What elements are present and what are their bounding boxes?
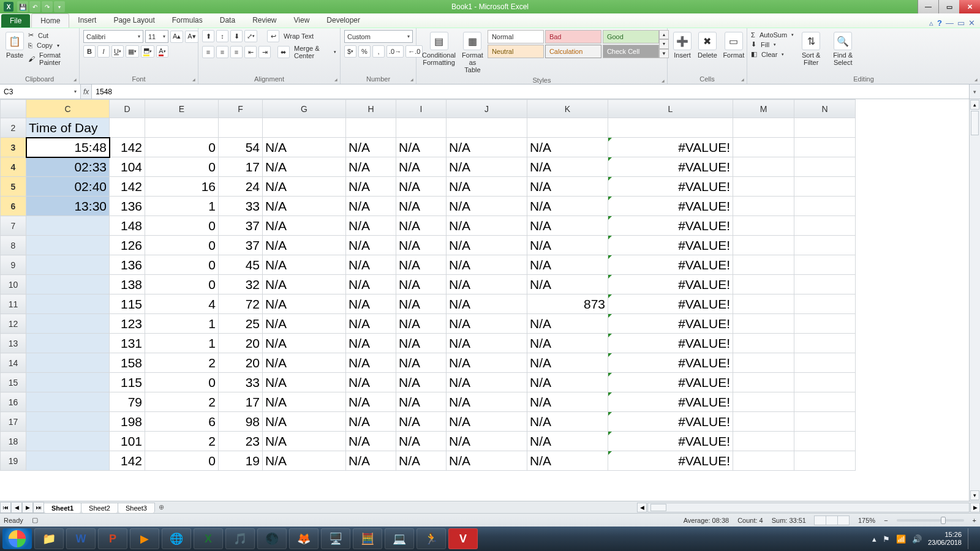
cell-N11[interactable] xyxy=(794,294,856,314)
cell-I2[interactable] xyxy=(396,118,447,138)
cell-D8[interactable]: 126 xyxy=(110,236,145,255)
cell-G4[interactable]: N/A xyxy=(263,157,346,177)
cell-J8[interactable]: N/A xyxy=(447,236,527,255)
cell-H2[interactable] xyxy=(346,118,396,138)
row-header[interactable]: 15 xyxy=(1,373,26,392)
row-header[interactable]: 10 xyxy=(1,275,26,294)
cell-E13[interactable]: 1 xyxy=(145,334,219,353)
cell-G18[interactable]: N/A xyxy=(263,432,346,451)
align-bottom-button[interactable]: ⬇ xyxy=(230,30,243,42)
cell-I17[interactable]: N/A xyxy=(396,412,447,432)
cell-H19[interactable]: N/A xyxy=(346,451,396,471)
cell-M10[interactable] xyxy=(733,275,794,294)
cell-E18[interactable]: 2 xyxy=(145,432,219,451)
cell-H4[interactable]: N/A xyxy=(346,157,396,177)
cell-K17[interactable]: N/A xyxy=(527,412,608,432)
decrease-font-button[interactable]: A▾ xyxy=(185,31,198,43)
cell-K15[interactable]: N/A xyxy=(527,373,608,392)
number-format-combo[interactable]: Custom▾ xyxy=(344,30,413,43)
cell-N4[interactable] xyxy=(794,157,856,177)
sheet-nav-first-icon[interactable]: ⏮ xyxy=(0,502,11,513)
tab-formulas[interactable]: Formulas xyxy=(164,13,211,28)
cell-I6[interactable]: N/A xyxy=(396,197,447,216)
column-header-E[interactable]: E xyxy=(145,100,219,118)
cell-G19[interactable]: N/A xyxy=(263,451,346,471)
sheet-tab-sheet1[interactable]: Sheet1 xyxy=(43,503,81,513)
increase-decimal-button[interactable]: .0→ xyxy=(386,45,404,58)
cell-E4[interactable]: 0 xyxy=(145,157,219,177)
cell-K10[interactable]: N/A xyxy=(527,275,608,294)
underline-button[interactable]: U▾ xyxy=(111,45,124,58)
cell-M18[interactable] xyxy=(733,432,794,451)
cell-C13[interactable] xyxy=(26,334,110,353)
cell-I3[interactable]: N/A xyxy=(396,138,447,157)
cell-K6[interactable]: N/A xyxy=(527,197,608,216)
row-header[interactable]: 13 xyxy=(1,334,26,353)
cell-F19[interactable]: 19 xyxy=(219,451,263,471)
accounting-button[interactable]: $▾ xyxy=(344,45,356,58)
cell-E14[interactable]: 2 xyxy=(145,353,219,373)
cell-G6[interactable]: N/A xyxy=(263,197,346,216)
zoom-slider[interactable] xyxy=(897,519,964,522)
window-close-button[interactable]: ✕ xyxy=(959,0,980,13)
clear-button[interactable]: ◧ Clear ▾ xyxy=(751,50,794,58)
orientation-button[interactable]: ⤢▾ xyxy=(244,30,257,42)
row-header[interactable]: 8 xyxy=(1,236,26,255)
taskbar-excel-icon[interactable]: X xyxy=(194,528,223,549)
tab-developer[interactable]: Developer xyxy=(318,13,369,28)
cell-G2[interactable] xyxy=(263,118,346,138)
cell-F15[interactable]: 33 xyxy=(219,373,263,392)
vertical-scrollbar[interactable]: ▴ ▾ xyxy=(969,99,980,501)
horizontal-scrollbar[interactable]: ◀ ▶ xyxy=(637,503,980,512)
cell-I14[interactable]: N/A xyxy=(396,353,447,373)
column-header-J[interactable]: J xyxy=(447,100,527,118)
cell-E11[interactable]: 4 xyxy=(145,294,219,314)
align-top-button[interactable]: ⬆ xyxy=(202,30,214,42)
cell-G11[interactable]: N/A xyxy=(263,294,346,314)
cell-N8[interactable] xyxy=(794,236,856,255)
sheet-nav-next-icon[interactable]: ▶ xyxy=(22,502,33,513)
cell-L5[interactable]: #VALUE! xyxy=(608,177,733,197)
cell-D2[interactable] xyxy=(110,118,145,138)
cell-G12[interactable]: N/A xyxy=(263,314,346,334)
row-header[interactable]: 16 xyxy=(1,392,26,412)
cell-M6[interactable] xyxy=(733,197,794,216)
taskbar-calc-icon[interactable]: 🧮 xyxy=(353,528,382,549)
cell-G10[interactable]: N/A xyxy=(263,275,346,294)
column-header-L[interactable]: L xyxy=(608,100,733,118)
cell-J6[interactable]: N/A xyxy=(447,197,527,216)
cell-H9[interactable]: N/A xyxy=(346,255,396,275)
align-middle-button[interactable]: ↕ xyxy=(216,30,228,42)
cell-J15[interactable]: N/A xyxy=(447,373,527,392)
cell-N7[interactable] xyxy=(794,216,856,236)
cell-D19[interactable]: 142 xyxy=(110,451,145,471)
cell-D4[interactable]: 104 xyxy=(110,157,145,177)
cell-F10[interactable]: 32 xyxy=(219,275,263,294)
cell-N12[interactable] xyxy=(794,314,856,334)
cell-E17[interactable]: 6 xyxy=(145,412,219,432)
cell-K7[interactable]: N/A xyxy=(527,216,608,236)
spreadsheet-grid[interactable]: CDEFGHIJKLMN 2Time of Day315:48142054N/A… xyxy=(0,99,856,471)
wrap-text-button[interactable]: ↩ Wrap Text xyxy=(267,30,314,42)
cell-K13[interactable]: N/A xyxy=(527,334,608,353)
tray-volume-icon[interactable]: 🔊 xyxy=(912,534,922,544)
cell-K9[interactable]: N/A xyxy=(527,255,608,275)
style-calculation[interactable]: Calculation xyxy=(545,45,601,58)
cell-C2[interactable]: Time of Day xyxy=(26,118,110,138)
cell-M2[interactable] xyxy=(733,118,794,138)
cell-C16[interactable] xyxy=(26,392,110,412)
cell-K5[interactable]: N/A xyxy=(527,177,608,197)
cell-M15[interactable] xyxy=(733,373,794,392)
sheet-nav-prev-icon[interactable]: ◀ xyxy=(11,502,22,513)
tab-insert[interactable]: Insert xyxy=(69,13,105,28)
italic-button[interactable]: I xyxy=(97,45,110,58)
cell-N17[interactable] xyxy=(794,412,856,432)
cell-D16[interactable]: 79 xyxy=(110,392,145,412)
autosum-button[interactable]: Σ AutoSum ▾ xyxy=(751,31,794,39)
cell-F12[interactable]: 25 xyxy=(219,314,263,334)
cell-F16[interactable]: 17 xyxy=(219,392,263,412)
cell-L11[interactable]: #VALUE! xyxy=(608,294,733,314)
cell-E6[interactable]: 1 xyxy=(145,197,219,216)
column-header-N[interactable]: N xyxy=(794,100,856,118)
cell-J3[interactable]: N/A xyxy=(447,138,527,157)
